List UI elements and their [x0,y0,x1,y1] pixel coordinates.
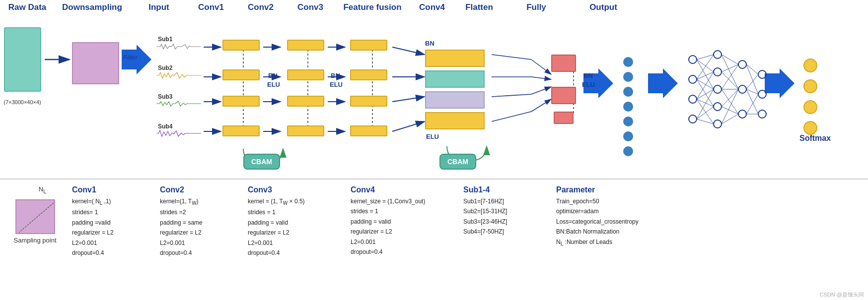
bn-label-2: BN [331,72,340,79]
svg-point-46 [738,85,746,93]
svg-point-37 [689,75,697,83]
svg-point-50 [758,110,766,118]
sub1-label: Sub1 [158,36,172,43]
conv4-block-3 [554,112,574,124]
svg-point-36 [689,56,697,63]
svg-line-26 [531,77,551,79]
header-feature-fusion: Feature fusion [340,2,405,12]
conv2-block-2 [287,69,324,80]
bottom-parameter: Parameter Train_epoch=50optimizer=adamLo… [556,185,675,248]
circle-7 [623,146,633,156]
header-downsampling: Downsampling [62,2,122,12]
circle-6 [623,131,633,141]
header-conv2: Conv2 [241,2,281,12]
conv1-block-2 [222,69,260,80]
svg-line-24 [492,112,531,121]
svg-line-74 [722,89,738,124]
svg-point-45 [738,60,746,68]
bottom-conv4-title: Conv4 [351,185,447,194]
svg-line-52 [697,60,714,72]
conv3-block-1 [350,40,387,51]
conv3-block-4 [350,125,387,136]
conv4-elu-label: ELU [582,81,595,88]
svg-line-57 [697,79,714,107]
bottom-parameter-title: Parameter [556,185,675,194]
header-conv3: Conv3 [290,2,330,12]
bottom-conv4-p1: kernel_size = (1,Conv3_out)strides = 1pa… [351,196,447,257]
svg-line-62 [697,89,714,119]
svg-point-48 [758,70,766,78]
bottom-conv2-title: Conv2 [160,185,232,194]
svg-point-49 [758,90,766,98]
output-circle-3 [803,100,817,114]
sampling-point-label: Sampling point [14,237,57,244]
output-circles [803,59,817,135]
bottom-section: NL Sampling point Conv1 kernel=( NL ,1)s… [0,179,868,300]
bottom-conv3-title: Conv3 [248,185,335,194]
svg-line-81 [746,94,758,114]
bn-label-1: BN [268,72,278,79]
svg-point-47 [738,110,746,118]
circle-1 [623,57,633,67]
fusion-bn-label: BN [425,40,434,47]
conv4-bn-label: BN [583,72,593,79]
header-input: Input [137,2,181,12]
svg-point-42 [714,85,722,93]
svg-line-23 [492,94,531,97]
header-output: Output [579,2,628,12]
svg-line-20 [392,121,425,131]
bottom-conv4: Conv4 kernel_size = (1,Conv3_out)strides… [351,185,447,257]
conv2-block-3 [287,96,324,107]
softmax-label: Softmax [799,134,831,143]
svg-line-17 [392,47,425,55]
fusion-block-teal [425,70,485,88]
svg-line-56 [697,79,714,89]
header-conv4: Conv4 [415,2,449,12]
circle-5 [623,117,633,126]
fusion-block-yellow-top [425,50,485,67]
svg-point-41 [714,68,722,76]
circle-3 [623,87,633,97]
conv1-block-4 [222,125,260,136]
sub1-signal [156,42,201,51]
downsampling-block [72,42,119,84]
sampling-block [15,199,55,234]
cbam-box-2: CBAM [439,154,476,170]
svg-line-59 [697,89,714,99]
bottom-conv1-title: Conv1 [72,185,144,194]
svg-line-80 [746,89,758,114]
header-conv1: Conv1 [191,2,231,12]
sampling-diagonal [16,200,56,235]
svg-line-78 [746,74,758,89]
header-flatten: Flatten [459,2,499,12]
output-circle-1 [803,59,817,72]
svg-point-40 [714,51,722,59]
svg-line-66 [722,55,738,89]
svg-point-39 [689,115,697,123]
header-fully: Fully [504,2,569,12]
svg-line-27 [531,87,551,94]
conv2-block-4 [287,125,324,136]
conv1-block-3 [222,96,260,107]
conv4-block-2 [551,87,576,104]
svg-line-64 [697,119,714,124]
svg-point-43 [714,103,722,111]
bottom-conv2: Conv2 kernel=(1, TW)strides =2padding = … [160,185,232,258]
bottom-sub14: Sub1-4 Sub1=[7-16HZ]Sub2=[15-31HZ]Sub3=[… [463,185,540,237]
nl-label: NL [39,185,46,194]
bottom-conv3-p1: kernel = (1, TW × 0.5)strides = 1padding… [248,196,335,258]
svg-line-63 [697,107,714,119]
diagram-container: Raw Data Downsampling Input Conv1 Conv2 … [0,0,868,300]
svg-line-68 [722,72,738,89]
fusion-elu-label: ELU [426,133,439,140]
bottom-conv1: Conv1 kernel=( NL ,1)strides= 1padding =… [72,185,144,258]
raw-data-block [4,27,41,92]
sub2-label: Sub2 [158,64,172,71]
neural-network [685,40,770,149]
output-circle-4 [803,121,817,135]
raw-data-size-label: (7×3000×40×4) [0,99,45,105]
svg-line-53 [697,60,714,89]
conv4-block-1 [551,55,576,72]
svg-line-21 [492,55,531,60]
circle-2 [623,72,633,82]
